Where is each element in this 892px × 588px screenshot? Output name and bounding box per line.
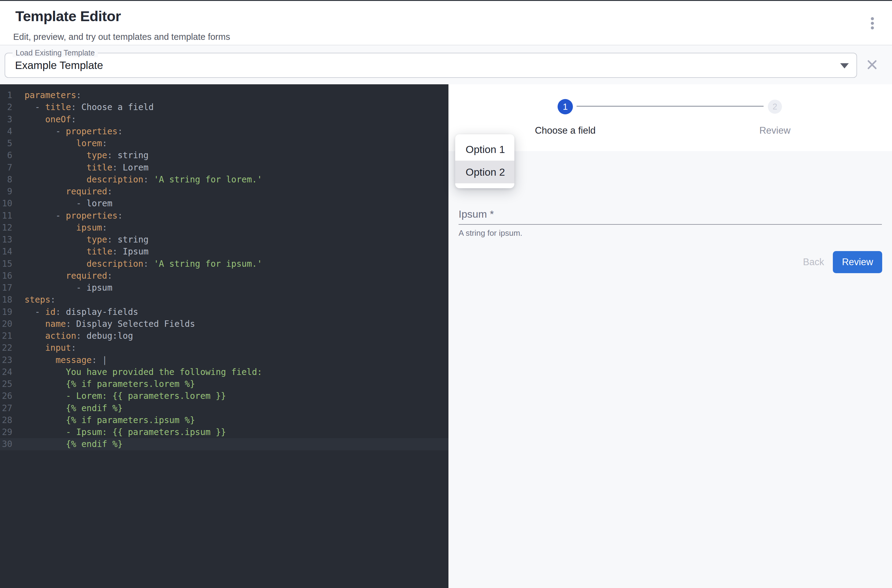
line-number: 18 — [0, 294, 12, 306]
line-number: 22 — [0, 342, 12, 354]
line-number: 16 — [0, 270, 12, 282]
code-line: 21 action: debug:log — [0, 330, 448, 342]
code-line: 20 name: Display Selected Fields — [0, 318, 448, 330]
menu-option-1[interactable]: Option 1 — [455, 138, 514, 160]
code-line: 17 - ipsum — [0, 282, 448, 294]
code-line: 5 lorem: — [0, 137, 448, 149]
code-line: 10 - lorem — [0, 197, 448, 209]
stepper-step-2-label: Review — [714, 125, 836, 136]
stepper-connector — [577, 106, 763, 106]
header: Template Editor Edit, preview, and try o… — [0, 1, 892, 45]
code-line: 30 {% endif %} — [0, 438, 448, 450]
template-select[interactable]: Load Existing Template Example Template — [4, 53, 857, 78]
code-line: 3 oneOf: — [0, 113, 448, 125]
line-number: 9 — [0, 186, 12, 197]
line-number: 5 — [0, 137, 12, 149]
yaml-code-editor[interactable]: 1parameters:2 - title: Choose a field3 o… — [0, 84, 448, 588]
field-option-menu: Option 1 Option 2 — [455, 134, 514, 188]
code-line: 18steps: — [0, 294, 448, 306]
code-line: 9 required: — [0, 186, 448, 197]
line-number: 15 — [0, 258, 12, 270]
line-number: 13 — [0, 234, 12, 246]
line-number: 23 — [0, 354, 12, 366]
line-number: 7 — [0, 162, 12, 174]
menu-option-2[interactable]: Option 2 — [455, 160, 514, 183]
code-line: 19 - id: display-fields — [0, 306, 448, 318]
code-line: 29 - Ipsum: {{ parameters.ipsum }} — [0, 426, 448, 438]
line-number: 8 — [0, 174, 12, 186]
stepper-step-1-label: Choose a field — [504, 125, 627, 136]
line-number: 12 — [0, 222, 12, 234]
ipsum-input[interactable] — [459, 211, 882, 225]
page-title: Template Editor — [15, 8, 121, 24]
line-number: 19 — [0, 306, 12, 318]
stepper-step-2-circle: 2 — [768, 100, 782, 114]
code-line: 4 - properties: — [0, 125, 448, 137]
code-line: 22 input: — [0, 342, 448, 354]
code-line: 27 {% endif %} — [0, 402, 448, 414]
code-line: 8 description: 'A string for lorem.' — [0, 174, 448, 186]
code-line: 26 - Lorem: {{ parameters.lorem }} — [0, 390, 448, 402]
line-number: 27 — [0, 402, 12, 414]
kebab-vertical-menu-icon[interactable] — [864, 13, 881, 33]
line-number: 10 — [0, 197, 12, 209]
code-line: 12 ipsum: — [0, 222, 448, 234]
line-number: 20 — [0, 318, 12, 330]
stepper-step-1-circle: 1 — [558, 99, 573, 114]
template-select-label: Load Existing Template — [13, 48, 98, 57]
line-number: 25 — [0, 378, 12, 390]
code-line: 11 - properties: — [0, 210, 448, 222]
template-form-panel: 1 2 Choose a field Review Ipsum * A stri… — [448, 84, 892, 588]
line-number: 2 — [0, 101, 12, 113]
code-line: 13 type: string — [0, 234, 448, 246]
line-number: 4 — [0, 125, 12, 137]
line-number: 24 — [0, 366, 12, 378]
code-line: 23 message: | — [0, 354, 448, 366]
line-number: 29 — [0, 426, 12, 438]
line-number: 11 — [0, 210, 12, 222]
load-template-bar: Load Existing Template Example Template — [0, 45, 892, 84]
page-subtitle: Edit, preview, and try out templates and… — [13, 32, 230, 42]
line-number: 17 — [0, 282, 12, 294]
line-number: 30 — [0, 438, 12, 450]
back-button[interactable]: Back — [795, 253, 832, 272]
code-line: 25 {% if parameters.lorem %} — [0, 378, 448, 390]
code-lines: 1parameters:2 - title: Choose a field3 o… — [0, 89, 448, 450]
code-line: 16 required: — [0, 270, 448, 282]
line-number: 28 — [0, 414, 12, 426]
code-line: 28 {% if parameters.ipsum %} — [0, 414, 448, 426]
line-number: 6 — [0, 149, 12, 161]
line-number: 26 — [0, 390, 12, 402]
line-number: 21 — [0, 330, 12, 342]
review-button[interactable]: Review — [833, 251, 882, 273]
close-icon[interactable] — [867, 60, 877, 70]
code-line: 1parameters: — [0, 89, 448, 101]
code-line: 6 type: string — [0, 149, 448, 161]
ipsum-field-helper: A string for ipsum. — [459, 228, 522, 238]
line-number: 3 — [0, 113, 12, 125]
ipsum-input-underline — [459, 224, 882, 225]
code-line: 24 You have provided the following field… — [0, 366, 448, 378]
caret-down-icon — [840, 63, 849, 68]
code-line: 2 - title: Choose a field — [0, 101, 448, 113]
code-line: 14 title: Ipsum — [0, 246, 448, 258]
template-select-value: Example Template — [15, 59, 103, 71]
line-number: 1 — [0, 89, 12, 101]
line-number: 14 — [0, 246, 12, 258]
code-line: 15 description: 'A string for ipsum.' — [0, 258, 448, 270]
code-line: 7 title: Lorem — [0, 162, 448, 174]
